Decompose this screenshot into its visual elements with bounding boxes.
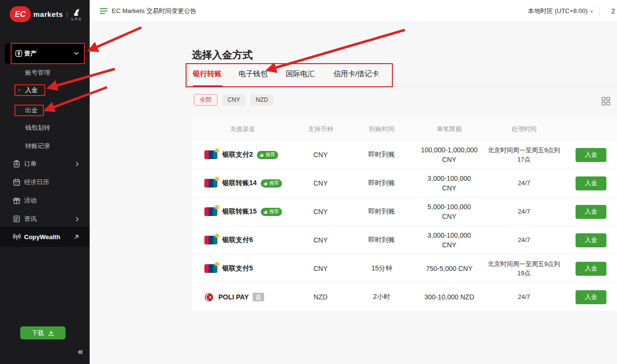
liverbird-icon: [71, 8, 82, 17]
download-button[interactable]: 下载: [20, 326, 66, 339]
thumbs-up-icon: [264, 210, 268, 214]
logo-divider: |: [67, 11, 68, 18]
sidebar-item-label: 资讯: [24, 215, 37, 223]
sidebar-item-deposit[interactable]: 入金: [0, 81, 90, 99]
supported-currency: NZD: [293, 293, 348, 301]
processing-time: 北京时间周一至周五9点到19点: [485, 259, 563, 278]
supported-currency: CNY: [293, 236, 348, 244]
sidebar-item-withdraw[interactable]: 出金: [0, 101, 90, 120]
column-header-limit: 单笔限额: [416, 125, 483, 134]
unionpay-icon: [204, 264, 217, 273]
filter-cny[interactable]: CNY: [222, 94, 245, 106]
table-header-row: 充值渠道 支持币种 到账时间 单笔限额 处理时间: [192, 118, 617, 141]
brand-logo[interactable]: EC markets | L.F.C: [10, 6, 82, 22]
tab-e-wallet[interactable]: 电子钱包: [239, 69, 268, 79]
lfc-label: L.F.C: [71, 17, 81, 21]
column-header-arrival-time: 到账时间: [348, 125, 416, 134]
sidebar: EC markets | L.F.C 资产: [0, 0, 90, 364]
table-row: 银联支付6 CNY 即时到账 3,000-100,000 CNY 24/7 入金: [192, 226, 617, 255]
sidebar-item-label: 转账记录: [25, 142, 50, 150]
page-title: 选择入金方式: [192, 48, 253, 62]
sidebar-item-news[interactable]: 资讯: [0, 210, 90, 228]
sidebar-item-label: 资产: [24, 49, 37, 58]
table-row: 银联支付5 CNY 15分钟 750-5,000 CNY 北京时间周一至周五9点…: [192, 255, 617, 283]
channel-name: 银联支付6: [222, 236, 253, 244]
sidebar-item-label: 出金: [25, 106, 38, 115]
channel-name: 银联支付5: [222, 264, 253, 273]
topbar: EC Markets 交易时间变更公告 本地时区 (UTC+8:00) ▾ 2: [90, 0, 617, 22]
limit: 5,000-100,000 CNY: [421, 202, 478, 222]
arrival-time: 即时到账: [348, 179, 416, 188]
deposit-button[interactable]: 入金: [576, 148, 606, 162]
deposit-button[interactable]: 入金: [576, 290, 606, 304]
limit: 750-5,000 CNY: [426, 264, 473, 273]
sidebar-item-assets[interactable]: 资产: [0, 42, 90, 65]
page: EC markets | L.F.C 资产: [0, 0, 617, 364]
tab-credit-debit-card[interactable]: 信用卡/借记卡: [334, 69, 379, 79]
lfc-logo: L.F.C: [71, 8, 82, 21]
unionpay-icon: [204, 207, 217, 216]
supported-currency: CNY: [293, 265, 348, 272]
deposit-channels-table: 充值渠道 支持币种 到账时间 单笔限额 处理时间 银联支付2 推荐 CNY 即时…: [192, 118, 617, 311]
topbar-divider: [599, 6, 600, 16]
deposit-button[interactable]: 入金: [576, 233, 606, 247]
limit: 100,000-1,000,000 CNY: [421, 145, 478, 165]
annotation-arrow-assets: [90, 27, 141, 50]
caret-down-icon: ▾: [590, 9, 593, 14]
sidebar-item-activities[interactable]: 活动: [0, 192, 90, 209]
column-header-channel: 充值渠道: [192, 125, 293, 134]
sidebar-item-label: 订单: [24, 160, 37, 168]
chevron-right-icon: [76, 216, 79, 222]
processing-time: 24/7: [518, 292, 530, 302]
unionpay-icon: [204, 236, 217, 244]
recommend-badge: 推荐: [261, 179, 282, 188]
processing-time: 北京时间周一至周五9点到17点: [485, 146, 563, 164]
sidebar-item-account-management[interactable]: 账号管理: [0, 65, 90, 81]
collapse-sidebar-button[interactable]: «: [78, 346, 83, 357]
sidebar-item-label: 钱包划转: [25, 123, 50, 132]
table-row: 银联转账15 推荐 CNY 即时到账 5,000-100,000 CNY 24/…: [192, 198, 617, 226]
gift-icon: [13, 197, 21, 205]
dollar-icon: [14, 49, 23, 58]
arrival-time: 即时到账: [348, 236, 416, 244]
timezone-selector[interactable]: 本地时区 (UTC+8:00) ▾: [528, 0, 593, 22]
grid-view-icon[interactable]: [601, 96, 611, 106]
deposit-button[interactable]: 入金: [576, 262, 606, 276]
filter-nzd[interactable]: NZD: [250, 94, 273, 106]
recommend-badge: 推荐: [257, 151, 278, 159]
supported-currency: CNY: [293, 179, 348, 187]
deposit-button[interactable]: 入金: [576, 176, 606, 190]
sidebar-item-label: 入金: [25, 86, 38, 94]
deposit-button[interactable]: 入金: [576, 205, 606, 219]
filter-all[interactable]: 全部: [194, 94, 217, 106]
supported-currency: CNY: [293, 151, 348, 159]
supported-currency: CNY: [293, 208, 348, 216]
sidebar-item-transfer-records[interactable]: 转账记录: [0, 138, 90, 154]
column-header-currency: 支持币种: [293, 125, 348, 134]
broadcast-icon: [13, 232, 21, 241]
tab-bank-transfer[interactable]: 银行转账: [193, 69, 222, 79]
processing-time: 24/7: [518, 207, 530, 216]
clipboard-icon: [13, 160, 21, 168]
sidebar-item-wallet-transfer[interactable]: 钱包划转: [0, 120, 90, 136]
sidebar-item-copywealth[interactable]: CopyWealth: [0, 227, 90, 247]
poli-pay-icon: [204, 293, 214, 302]
announcement-text: EC Markets 交易时间变更公告: [112, 7, 197, 15]
ec-logo-badge: EC: [10, 6, 31, 22]
tab-international-wire[interactable]: 国际电汇: [286, 69, 315, 79]
sidebar-item-orders[interactable]: 订单: [0, 155, 90, 173]
table-row: POLI PAY NZD 2小时 300-10,000 NZD 24/7 入金: [192, 283, 617, 311]
recommend-badge: 推荐: [261, 208, 282, 216]
announcement-link[interactable]: EC Markets 交易时间变更公告: [100, 0, 197, 22]
download-icon: [48, 330, 54, 337]
limit: 3,000-100,000 CNY: [421, 230, 478, 250]
news-icon: [13, 215, 21, 223]
active-tab-underline: [193, 85, 223, 87]
limit: 300-10,000 NZD: [424, 292, 474, 302]
channel-name: 银联转账14: [222, 179, 257, 188]
timezone-label: 本地时区 (UTC+8:00): [528, 7, 588, 15]
arrival-time: 15分钟: [348, 264, 416, 273]
channel-name: 银联支付2: [222, 150, 253, 159]
sidebar-item-economic-calendar[interactable]: 经济日历: [0, 174, 90, 191]
processing-time: 24/7: [518, 178, 530, 188]
